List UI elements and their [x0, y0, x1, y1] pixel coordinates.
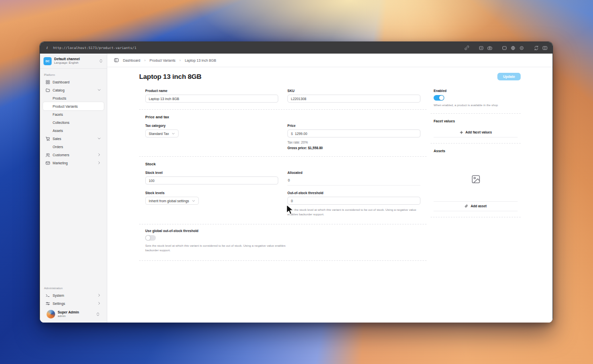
link-icon[interactable]	[464, 46, 469, 51]
sidebar-item-dashboard[interactable]: Dashboard	[43, 78, 104, 86]
tax-category-label: Tax category	[145, 124, 278, 127]
avatar	[47, 310, 55, 318]
sidebar-item-catalog[interactable]: Catalog	[43, 86, 104, 94]
update-button[interactable]: Update	[497, 73, 521, 80]
split-view-icon[interactable]	[542, 46, 547, 51]
info-icon: i	[45, 46, 49, 50]
main-area: Dashboard › Product Variants › Laptop 13…	[107, 54, 553, 323]
section-stock: Stock Stock level Allocated 0	[139, 157, 427, 224]
sidebar-item-label: Collections	[53, 121, 69, 124]
sidebar-item-product-variants[interactable]: Product Variants	[43, 102, 104, 110]
add-asset-button[interactable]: Add asset	[434, 202, 518, 211]
chevron-right-icon	[97, 301, 101, 305]
gross-price-text: Gross price: $1,558.80	[287, 146, 420, 150]
sku-input[interactable]	[287, 95, 420, 103]
stock-levels-value: Inherit from global settings	[149, 199, 189, 203]
sku-label: SKU	[287, 89, 420, 93]
assets-heading: Assets	[434, 149, 518, 153]
enabled-label: Enabled	[434, 89, 518, 93]
screen-record-icon[interactable]	[479, 46, 484, 51]
sidebar-item-orders[interactable]: Orders	[43, 143, 104, 151]
breadcrumb-item-dashboard[interactable]: Dashboard	[123, 59, 140, 62]
dashboard-icon	[46, 80, 50, 84]
channel-switcher[interactable]: DC Default channel Language: English	[40, 54, 107, 69]
use-global-threshold-label: Use global out-of-stock threshold	[145, 229, 420, 233]
tax-rate-text: Tax rate: 20%	[287, 141, 420, 144]
facet-values-heading: Facet values	[434, 119, 518, 123]
out-of-stock-threshold-input[interactable]	[287, 197, 420, 205]
sliders-icon	[46, 301, 50, 306]
sidebar: DC Default channel Language: English Pla…	[40, 54, 107, 323]
stock-levels-select[interactable]: Inherit from global settings	[145, 197, 199, 205]
product-name-input[interactable]	[145, 95, 278, 103]
variant-form: Product name SKU	[139, 85, 427, 261]
sidebar-item-customers[interactable]: Customers	[43, 151, 104, 159]
add-facet-values-button[interactable]: Add facet values	[434, 128, 518, 137]
sync-icon[interactable]	[534, 46, 539, 51]
sidebar-item-system[interactable]: System	[43, 291, 104, 299]
mouse-cursor	[286, 204, 294, 215]
user-name: Super Admin	[58, 310, 93, 314]
stock-levels-label: Stock levels	[145, 191, 278, 195]
use-global-threshold-toggle[interactable]	[145, 235, 156, 241]
sidebar-item-collections[interactable]: Collections	[43, 118, 104, 126]
price-label: Price	[287, 124, 420, 127]
sidebar-item-facets[interactable]: Facets	[43, 110, 104, 118]
sidebar-item-label: Facets	[53, 113, 63, 116]
section-enabled: Enabled When enabled, a product is avail…	[431, 85, 521, 114]
allocated-label: Allocated	[287, 171, 420, 174]
browser-titlebar[interactable]: i http://localhost:5173/product-variants…	[40, 42, 553, 54]
paperclip-icon	[464, 204, 469, 208]
users-icon	[46, 153, 50, 157]
breadcrumb-item-current: Laptop 13 inch 8GB	[185, 59, 216, 62]
mail-icon	[46, 161, 50, 165]
sidebar-item-label: Orders	[53, 145, 63, 149]
price-input[interactable]	[295, 132, 417, 135]
panel-left-icon[interactable]	[114, 58, 119, 63]
section-facet-values: Facet values Add facet values	[431, 114, 521, 144]
chevron-down-icon	[172, 132, 175, 135]
breadcrumb-item-product-variants[interactable]: Product Variants	[150, 59, 176, 62]
sidebar-item-label: Assets	[53, 129, 63, 132]
sidebar-item-marketing[interactable]: Marketing	[43, 159, 104, 167]
globe-icon[interactable]	[511, 46, 516, 51]
channel-badge: DC	[44, 57, 52, 65]
section-assets: Assets Add asset	[431, 144, 521, 217]
out-of-stock-threshold-help: Sets the stock level at which this varia…	[287, 208, 420, 217]
sidebar-item-assets[interactable]: Assets	[43, 126, 104, 134]
sidebar-item-label: Settings	[53, 302, 65, 305]
out-of-stock-threshold-label: Out-of-stock threshold	[287, 191, 420, 195]
chevron-down-icon	[97, 88, 101, 92]
user-role: admin	[58, 314, 93, 318]
enabled-help: When enabled, a product is available in …	[434, 103, 518, 108]
window-icon[interactable]	[502, 46, 507, 51]
plus-icon	[459, 130, 463, 134]
chevron-updown-icon	[99, 59, 103, 63]
chevron-right-icon	[97, 153, 101, 157]
desktop: i http://localhost:5173/product-variants…	[0, 0, 593, 364]
camera-icon[interactable]	[487, 46, 492, 51]
cart-icon	[46, 136, 50, 141]
sidebar-item-label: Marketing	[53, 161, 68, 165]
tax-category-select[interactable]: Standard Tax	[145, 129, 179, 138]
price-input-group: $	[287, 129, 420, 138]
add-asset-label: Add asset	[471, 204, 487, 208]
url-text[interactable]: http://localhost:5173/product-variants/1	[53, 46, 137, 50]
sidebar-item-sales[interactable]: Sales	[43, 134, 104, 143]
stock-level-input[interactable]	[145, 176, 278, 185]
enabled-toggle[interactable]	[434, 95, 444, 101]
user-menu[interactable]: Super Admin admin	[43, 307, 104, 323]
sidebar-item-products[interactable]: Products	[43, 94, 104, 102]
sidebar-item-settings[interactable]: Settings	[43, 299, 104, 307]
section-label-platform: Platform	[44, 73, 103, 76]
gear-icon[interactable]	[519, 46, 524, 51]
breadcrumb-separator: ›	[144, 59, 145, 62]
add-facet-values-label: Add facet values	[465, 130, 492, 134]
sidebar-item-label: Product Variants	[53, 105, 78, 108]
chevron-down-icon	[97, 136, 101, 141]
page-title: Laptop 13 inch 8GB	[139, 73, 201, 80]
chevron-updown-icon	[96, 312, 100, 316]
asset-placeholder	[434, 158, 518, 201]
sidebar-item-label: Products	[53, 97, 66, 100]
sidebar-item-label: Customers	[53, 153, 69, 157]
